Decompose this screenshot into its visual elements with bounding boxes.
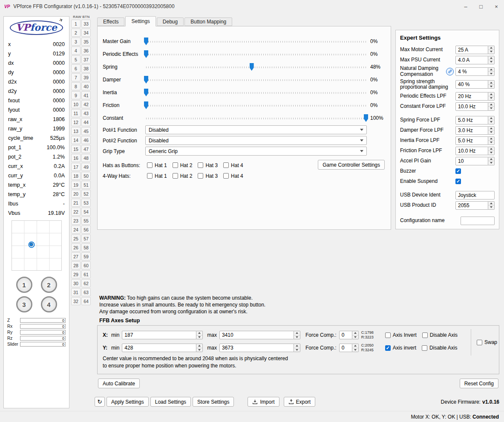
- x-axis-invert-item[interactable]: Axis Invert: [385, 332, 417, 338]
- link-icon[interactable]: [446, 68, 454, 75]
- combo-box[interactable]: Disabled: [145, 125, 367, 134]
- swap-checkbox[interactable]: [477, 340, 482, 345]
- tab-effects[interactable]: Effects: [97, 17, 124, 26]
- apply-settings-button[interactable]: Apply Settings: [107, 397, 149, 407]
- spinner-arrows[interactable]: [488, 116, 495, 124]
- tab-button-mapping[interactable]: Button Mapping: [184, 17, 232, 26]
- spin-up-icon[interactable]: [488, 56, 494, 60]
- hat-checkbox[interactable]: [147, 173, 153, 179]
- spin-down-icon[interactable]: [488, 71, 494, 75]
- y-disable-axis-checkbox[interactable]: [422, 345, 427, 351]
- hat-checkbox[interactable]: [198, 173, 203, 179]
- spin-down-icon[interactable]: [488, 84, 494, 89]
- spinner-arrows[interactable]: [488, 126, 495, 135]
- max-motor-current-spinner[interactable]: 25 A: [455, 46, 495, 54]
- spin-down-icon[interactable]: [488, 96, 494, 100]
- slider-handle[interactable]: [364, 114, 368, 122]
- x-disable-axis-item[interactable]: Disable Axis: [422, 332, 458, 338]
- spinner-arrows[interactable]: [488, 147, 495, 155]
- hat-checkbox-item[interactable]: Hat 4: [223, 162, 243, 168]
- spin-up-icon[interactable]: [294, 331, 300, 335]
- spin-down-icon[interactable]: [294, 335, 300, 339]
- tab-debug[interactable]: Debug: [157, 17, 184, 26]
- y-force-comp-spinner[interactable]: 0: [339, 344, 359, 352]
- spinner-arrows[interactable]: [352, 344, 359, 352]
- spin-down-icon[interactable]: [196, 335, 202, 339]
- spin-down-icon[interactable]: [488, 161, 494, 165]
- swap-item[interactable]: Swap: [477, 339, 497, 345]
- spin-down-icon[interactable]: [488, 120, 494, 124]
- spinner-arrows[interactable]: [488, 80, 495, 89]
- spin-down-icon[interactable]: [196, 348, 202, 352]
- natural-damping-spinner[interactable]: 4 %: [455, 67, 495, 76]
- x-axis-invert-checkbox[interactable]: [385, 332, 391, 338]
- spin-up-icon[interactable]: [488, 92, 494, 96]
- hat-checkbox-item[interactable]: Hat 2: [173, 173, 193, 179]
- maximize-button[interactable]: □: [473, 0, 489, 13]
- slider-track[interactable]: [146, 38, 366, 45]
- spin-down-icon[interactable]: [352, 348, 358, 352]
- hat-checkbox-item[interactable]: Hat 2: [173, 162, 193, 168]
- slider-track[interactable]: [146, 101, 366, 109]
- usb-device-ident-input[interactable]: [455, 191, 495, 199]
- spin-up-icon[interactable]: [488, 46, 494, 50]
- spinner-arrows[interactable]: [196, 331, 203, 339]
- hat-checkbox-item[interactable]: Hat 3: [198, 162, 218, 168]
- y-min-spinner[interactable]: 428: [122, 344, 203, 352]
- spring-lpf-spinner[interactable]: 5.0 Hz: [455, 116, 495, 124]
- spin-down-icon[interactable]: [294, 348, 300, 352]
- spin-up-icon[interactable]: [352, 331, 358, 335]
- spinner-arrows[interactable]: [488, 46, 495, 54]
- spin-up-icon[interactable]: [488, 157, 494, 161]
- friction-lpf-spinner[interactable]: 10.0 Hz: [455, 147, 495, 155]
- hat-checkbox[interactable]: [223, 162, 229, 168]
- hat-checkbox[interactable]: [147, 162, 153, 168]
- spinner-arrows[interactable]: [488, 136, 495, 145]
- spin-down-icon[interactable]: [488, 60, 494, 64]
- spin-up-icon[interactable]: [488, 81, 494, 84]
- buzzer-checkbox[interactable]: [455, 168, 461, 174]
- periodic-lpf-spinner[interactable]: 20 Hz: [455, 92, 495, 101]
- spinner-arrows[interactable]: [488, 157, 495, 165]
- store-settings-button[interactable]: Store Settings: [193, 397, 234, 407]
- slider-handle[interactable]: [250, 63, 254, 71]
- y-axis-invert-checkbox[interactable]: [385, 345, 391, 351]
- spin-down-icon[interactable]: [488, 106, 494, 110]
- y-max-spinner[interactable]: 3673: [219, 344, 300, 352]
- hat-checkbox-item[interactable]: Hat 1: [147, 162, 167, 168]
- constant-lpf-spinner[interactable]: 10.0 Hz: [455, 102, 495, 111]
- spin-up-icon[interactable]: [488, 202, 494, 205]
- spinner-arrows[interactable]: [488, 201, 495, 210]
- spin-up-icon[interactable]: [488, 127, 494, 130]
- spinner-arrows[interactable]: [488, 56, 495, 64]
- damper-lpf-spinner[interactable]: 3.0 Hz: [455, 126, 495, 135]
- minimize-button[interactable]: –: [458, 0, 473, 13]
- spin-up-icon[interactable]: [352, 344, 358, 348]
- load-settings-button[interactable]: Load Settings: [150, 397, 191, 407]
- inertia-lpf-spinner[interactable]: 5.0 Hz: [455, 136, 495, 145]
- slider-track[interactable]: [146, 89, 366, 96]
- combo-box[interactable]: Generic Grip: [145, 147, 367, 156]
- spinner-arrows[interactable]: [352, 331, 359, 339]
- spin-up-icon[interactable]: [196, 331, 202, 335]
- spin-up-icon[interactable]: [488, 116, 494, 120]
- export-button[interactable]: Export: [284, 397, 316, 407]
- spin-down-icon[interactable]: [488, 205, 494, 209]
- spin-down-icon[interactable]: [488, 49, 494, 54]
- spin-up-icon[interactable]: [488, 68, 494, 72]
- configuration-name-input[interactable]: [461, 217, 495, 225]
- hat-checkbox-item[interactable]: Hat 4: [223, 173, 243, 179]
- accel-pi-gain-spinner[interactable]: 10: [455, 157, 495, 165]
- spin-up-icon[interactable]: [196, 344, 202, 348]
- spinner-arrows[interactable]: [294, 344, 300, 352]
- spinner-arrows[interactable]: [488, 102, 495, 111]
- reset-config-button[interactable]: Reset Config: [460, 379, 498, 388]
- spinner-arrows[interactable]: [488, 92, 495, 101]
- spin-up-icon[interactable]: [294, 344, 300, 348]
- hat-checkbox-item[interactable]: Hat 3: [198, 173, 218, 179]
- spinner-arrows[interactable]: [488, 67, 495, 76]
- refresh-button[interactable]: ↻: [95, 397, 105, 407]
- import-button[interactable]: Import: [248, 397, 279, 407]
- slider-track[interactable]: [146, 50, 366, 58]
- hat-checkbox[interactable]: [173, 173, 178, 179]
